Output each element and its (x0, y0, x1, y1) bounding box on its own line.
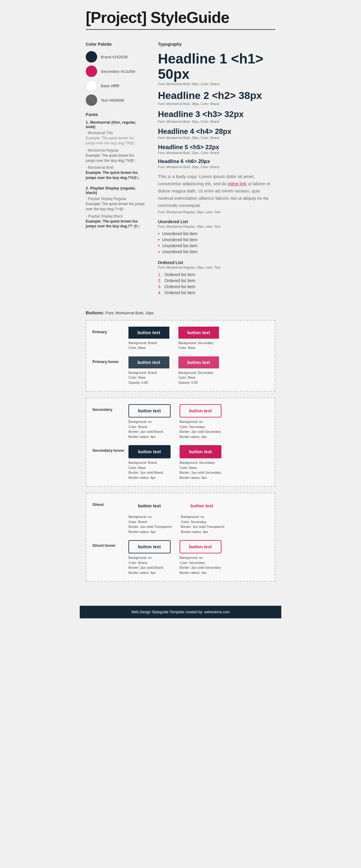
color-swatch-base: Base #ffffff (86, 80, 146, 91)
ordered-list: 1. Ordered list item 2. Ordered list ite… (158, 272, 275, 296)
btn-brand-primary-hover[interactable]: button text (128, 356, 169, 368)
button-item-brand-primary: button text Background: BrandColor: Base (128, 327, 169, 350)
typo-headline-1: Headline 1 <h1> 50px (158, 51, 275, 82)
color-label-secondary: Secondary #cc1d5e (101, 69, 136, 74)
main-two-col: Color Palette Brand #162838 Secondary #c… (86, 42, 275, 301)
typo-headline-5: Headline 5 <h5> 22px (158, 144, 275, 150)
left-column: Color Palette Brand #162838 Secondary #c… (86, 42, 146, 301)
footer: Web Design Styleguide Template created b… (80, 606, 281, 618)
btn-ghost-brand-hover-desc: Background: noColor: BrandBorder: 2px so… (128, 555, 163, 575)
font-regular-example: Example: The quick brown foxjumps over t… (86, 153, 146, 163)
typo-h4-sub: Font: Montserrat Bold, 28px, Color: Bran… (158, 136, 275, 140)
list-item: 4. Ordered list item (158, 290, 275, 296)
ordered-list-section: Ordered List Font: Montserrat Regular, 1… (158, 260, 275, 296)
btn-brand-primary-desc: Background: BrandColor: Base (128, 340, 157, 350)
buttons-title: Buttons: Font: Montserrat Bold, 18px (86, 310, 275, 315)
btn-secondary-secondary-hover[interactable]: button text (180, 445, 222, 458)
fonts-section: Fonts 1. Montserrat (thin, regular, bold… (86, 112, 146, 229)
typo-h2-sub: Font: Montserrat Bold, 38px, Color: Bran… (158, 102, 275, 105)
button-item-brand-secondary-hover: button text Background: BrandColor: Base… (128, 445, 171, 480)
button-item-ghost-brand-hover: button text Background: noColor: BrandBo… (128, 540, 171, 575)
body-copy-sub: Font: Montserrat Regular, 18px, color: T… (158, 210, 275, 214)
button-pair-primary: button text Background: BrandColor: Base… (128, 327, 269, 350)
font-group-playfair: 2. Playfair Display (regular, black) - P… (86, 186, 146, 229)
ordered-list-title: Ordered List (158, 260, 275, 265)
color-label-base: Base #ffffff (101, 84, 119, 88)
button-label-ghost-hover: Ghost:hover (92, 540, 128, 548)
color-swatch-secondary: Secondary #cc1d5e (86, 66, 146, 77)
btn-secondary-primary-hover[interactable]: button text (178, 356, 219, 368)
list-item: Unordered list item (158, 237, 275, 243)
font-playfair-black-example: Example: The quick brown foxjumps over t… (86, 219, 146, 229)
color-label-brand: Brand #162838 (101, 55, 127, 59)
inline-link[interactable]: inline link (228, 181, 247, 186)
font-thin-example: Example: The quick brown foxjumps over t… (86, 136, 146, 146)
list-item: 2. Ordered list item (158, 278, 275, 284)
unordered-list-section: Unordered List Font: Montserrat Regular,… (158, 219, 275, 255)
button-pair-secondary-hover: button text Background: BrandColor: Base… (128, 445, 269, 480)
btn-secondary-primary[interactable]: button text (178, 327, 219, 339)
right-column: Typography Headline 1 <h1> 50px Font: Mo… (158, 42, 275, 301)
btn-brand-primary-hover-desc: Background: BrandColor: BaseOpacity: 0.8… (128, 370, 157, 385)
btn-ghost-brand[interactable]: button text (128, 499, 171, 513)
list-item: Unordered list item (158, 243, 275, 249)
btn-secondary-secondary-desc: Background: noColor: SecondaryBorder: 2p… (180, 419, 221, 439)
color-label-text: Text #666666 (101, 98, 124, 102)
font-variant-playfair-regular: - Playfair Display Regular Example: The … (86, 197, 146, 212)
btn-ghost-secondary[interactable]: button text (181, 499, 223, 513)
font-regular-name: - Montserrat Regular (86, 148, 146, 153)
button-item-secondary-primary: button text Background: SecondaryColor: … (178, 327, 219, 350)
fonts-title: Fonts (86, 112, 146, 117)
button-row-secondary-hover: Secondary:hover button text Background: … (92, 445, 269, 480)
button-row-secondary: Secondary button text Background: noColo… (92, 404, 269, 439)
unordered-list-sub: Font: Montserrat Regular, 18px, color: T… (158, 225, 275, 228)
typo-headline-6: Headline 6 <h6> 20px (158, 159, 275, 164)
typo-headline-4: Headline 4 <h4> 28px (158, 127, 275, 135)
button-row-primary: Primary button text Background: BrandCol… (92, 327, 269, 350)
typo-h5-sub: Font: Montserrat Bold, 22px, Color: Bran… (158, 151, 275, 155)
list-item: Unordered list item (158, 231, 275, 237)
btn-brand-secondary-hover[interactable]: button text (128, 445, 171, 458)
font-thin-name: - Montserrat Thin (86, 131, 146, 135)
font-bold-example: Example: The quick brown fox jumps over … (86, 170, 146, 181)
button-pair-secondary: button text Background: noColor: BrandBo… (128, 404, 269, 439)
btn-brand-primary[interactable]: button text (128, 327, 169, 339)
button-label-primary: Primary (92, 327, 128, 334)
btn-ghost-secondary-hover-desc: Background: noColor: SecondaryBorder: 2p… (180, 555, 221, 575)
btn-secondary-primary-hover-desc: Background: SecondaryColor: BaseOpacity:… (178, 370, 214, 385)
btn-ghost-brand-desc: Background: noColor: BrandBorder: 2px so… (128, 514, 172, 534)
btn-secondary-secondary[interactable]: button text (180, 404, 222, 417)
button-row-primary-hover: Primary:hover button text Background: Br… (92, 356, 269, 385)
button-pair-ghost: button text Background: noColor: BrandBo… (128, 499, 269, 534)
button-group-ghost: Ghost button text Background: noColor: B… (86, 493, 275, 582)
typo-headline-3: Headline 3 <h3> 32px (158, 110, 275, 119)
font-playfair-regular-name: - Playfair Display Regular (86, 197, 146, 201)
button-item-secondary-secondary: button text Background: noColor: Seconda… (180, 404, 222, 439)
font-variant-regular: - Montserrat Regular Example: The quick … (86, 148, 146, 163)
button-label-secondary-hover: Secondary:hover (92, 445, 128, 453)
unordered-list: Unordered list item Unordered list item … (158, 231, 275, 255)
color-palette-title: Color Palette (86, 42, 146, 46)
button-row-ghost-hover: Ghost:hover button text Background: noCo… (92, 540, 269, 575)
color-circle-base (86, 80, 97, 91)
button-pair-ghost-hover: button text Background: noColor: BrandBo… (128, 540, 269, 575)
btn-brand-secondary-desc: Background: noColor: BrandBorder: 2px so… (128, 419, 163, 439)
typo-h3-sub: Font: Montserrat Bold, 32px, Color: Bran… (158, 120, 275, 123)
list-item: 1. Ordered list item (158, 272, 275, 278)
unordered-list-title: Unordered List (158, 219, 275, 224)
header: [Project] StyleGuide (86, 0, 275, 42)
button-item-brand-primary-hover: button text Background: BrandColor: Base… (128, 356, 169, 385)
color-circle-secondary (86, 66, 97, 77)
font-playfair-black-name: - Playfair Display Black (86, 214, 146, 218)
font-group-playfair-title: 2. Playfair Display (regular, black) (86, 186, 146, 195)
color-swatch-brand: Brand #162838 (86, 51, 146, 63)
typo-headline-2: Headline 2 <h2> 38px (158, 90, 275, 101)
font-playfair-regular-example: Example: The quick brown fox jumpsover t… (86, 202, 146, 212)
btn-ghost-secondary-hover[interactable]: button text (180, 540, 222, 553)
button-row-ghost: Ghost button text Background: noColor: B… (92, 499, 269, 534)
typography-title: Typography (158, 42, 275, 46)
button-label-ghost: Ghost (92, 499, 128, 507)
btn-brand-secondary[interactable]: button text (128, 404, 171, 417)
btn-ghost-brand-hover[interactable]: button text (128, 540, 171, 553)
btn-brand-secondary-hover-desc: Background: BrandColor: BaseBorder: 2px … (128, 460, 163, 480)
